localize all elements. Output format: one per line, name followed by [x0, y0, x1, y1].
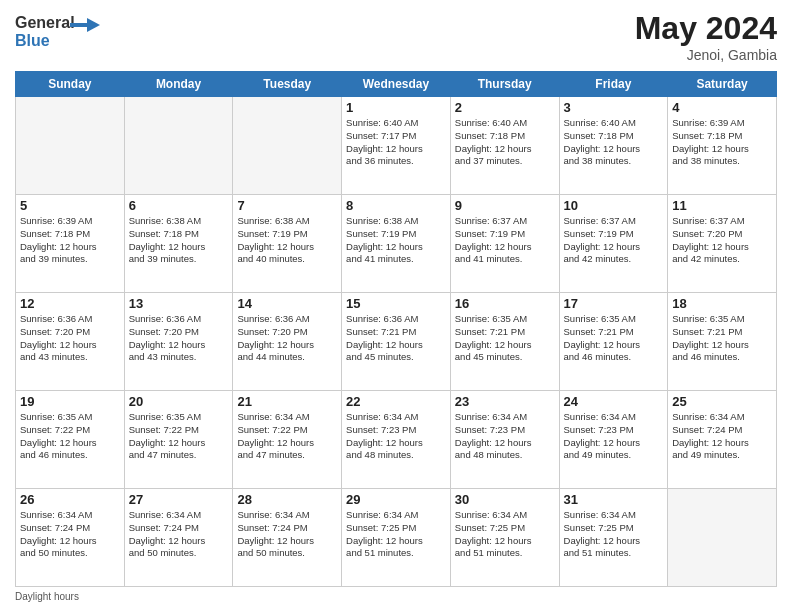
footer-text: Daylight hours [15, 591, 79, 602]
day-info: Sunrise: 6:35 AMSunset: 7:22 PMDaylight:… [129, 411, 229, 462]
calendar-cell: 4Sunrise: 6:39 AMSunset: 7:18 PMDaylight… [668, 97, 777, 195]
calendar-cell: 26Sunrise: 6:34 AMSunset: 7:24 PMDayligh… [16, 489, 125, 587]
calendar-cell: 2Sunrise: 6:40 AMSunset: 7:18 PMDaylight… [450, 97, 559, 195]
day-info: Sunrise: 6:34 AMSunset: 7:24 PMDaylight:… [237, 509, 337, 560]
day-number: 15 [346, 296, 446, 311]
day-info: Sunrise: 6:38 AMSunset: 7:19 PMDaylight:… [346, 215, 446, 266]
day-info: Sunrise: 6:36 AMSunset: 7:21 PMDaylight:… [346, 313, 446, 364]
calendar-cell: 24Sunrise: 6:34 AMSunset: 7:23 PMDayligh… [559, 391, 668, 489]
day-info: Sunrise: 6:34 AMSunset: 7:23 PMDaylight:… [346, 411, 446, 462]
day-number: 13 [129, 296, 229, 311]
day-number: 7 [237, 198, 337, 213]
calendar-cell: 18Sunrise: 6:35 AMSunset: 7:21 PMDayligh… [668, 293, 777, 391]
day-number: 31 [564, 492, 664, 507]
day-number: 9 [455, 198, 555, 213]
calendar-day-header: Wednesday [342, 72, 451, 97]
day-info: Sunrise: 6:34 AMSunset: 7:23 PMDaylight:… [455, 411, 555, 462]
day-number: 8 [346, 198, 446, 213]
svg-text:Blue: Blue [15, 32, 50, 49]
day-info: Sunrise: 6:34 AMSunset: 7:24 PMDaylight:… [129, 509, 229, 560]
day-info: Sunrise: 6:36 AMSunset: 7:20 PMDaylight:… [129, 313, 229, 364]
day-info: Sunrise: 6:36 AMSunset: 7:20 PMDaylight:… [20, 313, 120, 364]
svg-text:General: General [15, 14, 75, 31]
main-title: May 2024 [635, 10, 777, 47]
calendar-week-row: 12Sunrise: 6:36 AMSunset: 7:20 PMDayligh… [16, 293, 777, 391]
calendar-cell [16, 97, 125, 195]
day-number: 11 [672, 198, 772, 213]
day-number: 4 [672, 100, 772, 115]
calendar-cell: 30Sunrise: 6:34 AMSunset: 7:25 PMDayligh… [450, 489, 559, 587]
day-info: Sunrise: 6:38 AMSunset: 7:18 PMDaylight:… [129, 215, 229, 266]
calendar-week-row: 19Sunrise: 6:35 AMSunset: 7:22 PMDayligh… [16, 391, 777, 489]
calendar-cell: 17Sunrise: 6:35 AMSunset: 7:21 PMDayligh… [559, 293, 668, 391]
title-block: May 2024 Jenoi, Gambia [635, 10, 777, 63]
day-number: 3 [564, 100, 664, 115]
day-number: 20 [129, 394, 229, 409]
calendar-cell: 23Sunrise: 6:34 AMSunset: 7:23 PMDayligh… [450, 391, 559, 489]
day-info: Sunrise: 6:37 AMSunset: 7:20 PMDaylight:… [672, 215, 772, 266]
calendar-day-header: Thursday [450, 72, 559, 97]
calendar-cell: 1Sunrise: 6:40 AMSunset: 7:17 PMDaylight… [342, 97, 451, 195]
day-info: Sunrise: 6:39 AMSunset: 7:18 PMDaylight:… [672, 117, 772, 168]
calendar-day-header: Sunday [16, 72, 125, 97]
calendar-week-row: 1Sunrise: 6:40 AMSunset: 7:17 PMDaylight… [16, 97, 777, 195]
day-number: 14 [237, 296, 337, 311]
footer: Daylight hours [15, 591, 777, 602]
day-info: Sunrise: 6:34 AMSunset: 7:25 PMDaylight:… [455, 509, 555, 560]
calendar-cell: 28Sunrise: 6:34 AMSunset: 7:24 PMDayligh… [233, 489, 342, 587]
day-info: Sunrise: 6:40 AMSunset: 7:18 PMDaylight:… [564, 117, 664, 168]
day-number: 1 [346, 100, 446, 115]
day-number: 16 [455, 296, 555, 311]
calendar-week-row: 5Sunrise: 6:39 AMSunset: 7:18 PMDaylight… [16, 195, 777, 293]
calendar-cell [668, 489, 777, 587]
logo: General Blue [15, 10, 105, 56]
header: General Blue May 2024 Jenoi, Gambia [15, 10, 777, 63]
calendar-cell: 21Sunrise: 6:34 AMSunset: 7:22 PMDayligh… [233, 391, 342, 489]
calendar-cell: 7Sunrise: 6:38 AMSunset: 7:19 PMDaylight… [233, 195, 342, 293]
day-number: 2 [455, 100, 555, 115]
day-info: Sunrise: 6:34 AMSunset: 7:22 PMDaylight:… [237, 411, 337, 462]
day-info: Sunrise: 6:35 AMSunset: 7:21 PMDaylight:… [672, 313, 772, 364]
calendar-week-row: 26Sunrise: 6:34 AMSunset: 7:24 PMDayligh… [16, 489, 777, 587]
day-number: 17 [564, 296, 664, 311]
day-number: 25 [672, 394, 772, 409]
day-number: 10 [564, 198, 664, 213]
day-info: Sunrise: 6:35 AMSunset: 7:21 PMDaylight:… [455, 313, 555, 364]
day-number: 24 [564, 394, 664, 409]
day-number: 22 [346, 394, 446, 409]
calendar-cell: 3Sunrise: 6:40 AMSunset: 7:18 PMDaylight… [559, 97, 668, 195]
day-info: Sunrise: 6:39 AMSunset: 7:18 PMDaylight:… [20, 215, 120, 266]
calendar-header-row: SundayMondayTuesdayWednesdayThursdayFrid… [16, 72, 777, 97]
calendar-cell: 22Sunrise: 6:34 AMSunset: 7:23 PMDayligh… [342, 391, 451, 489]
day-number: 21 [237, 394, 337, 409]
calendar-table: SundayMondayTuesdayWednesdayThursdayFrid… [15, 71, 777, 587]
calendar-cell: 27Sunrise: 6:34 AMSunset: 7:24 PMDayligh… [124, 489, 233, 587]
svg-marker-2 [87, 18, 100, 32]
calendar-cell: 29Sunrise: 6:34 AMSunset: 7:25 PMDayligh… [342, 489, 451, 587]
calendar-cell: 25Sunrise: 6:34 AMSunset: 7:24 PMDayligh… [668, 391, 777, 489]
svg-rect-3 [70, 23, 88, 27]
sub-title: Jenoi, Gambia [635, 47, 777, 63]
day-info: Sunrise: 6:37 AMSunset: 7:19 PMDaylight:… [564, 215, 664, 266]
day-number: 28 [237, 492, 337, 507]
calendar-cell: 10Sunrise: 6:37 AMSunset: 7:19 PMDayligh… [559, 195, 668, 293]
day-info: Sunrise: 6:38 AMSunset: 7:19 PMDaylight:… [237, 215, 337, 266]
day-number: 23 [455, 394, 555, 409]
day-number: 29 [346, 492, 446, 507]
day-info: Sunrise: 6:34 AMSunset: 7:24 PMDaylight:… [20, 509, 120, 560]
day-info: Sunrise: 6:34 AMSunset: 7:25 PMDaylight:… [346, 509, 446, 560]
calendar-cell [233, 97, 342, 195]
day-info: Sunrise: 6:35 AMSunset: 7:22 PMDaylight:… [20, 411, 120, 462]
calendar-cell: 13Sunrise: 6:36 AMSunset: 7:20 PMDayligh… [124, 293, 233, 391]
calendar-cell: 31Sunrise: 6:34 AMSunset: 7:25 PMDayligh… [559, 489, 668, 587]
calendar-day-header: Saturday [668, 72, 777, 97]
day-info: Sunrise: 6:35 AMSunset: 7:21 PMDaylight:… [564, 313, 664, 364]
calendar-cell: 12Sunrise: 6:36 AMSunset: 7:20 PMDayligh… [16, 293, 125, 391]
day-number: 12 [20, 296, 120, 311]
day-info: Sunrise: 6:34 AMSunset: 7:25 PMDaylight:… [564, 509, 664, 560]
calendar-day-header: Friday [559, 72, 668, 97]
day-info: Sunrise: 6:37 AMSunset: 7:19 PMDaylight:… [455, 215, 555, 266]
day-number: 30 [455, 492, 555, 507]
page: General Blue May 2024 Jenoi, Gambia Sund… [0, 0, 792, 612]
day-number: 19 [20, 394, 120, 409]
